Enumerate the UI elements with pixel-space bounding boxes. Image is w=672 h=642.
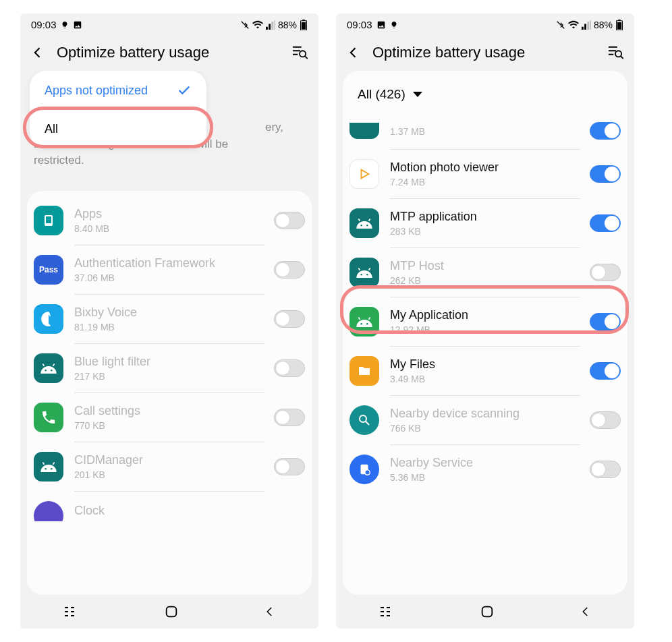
optimize-toggle[interactable] [274,359,305,377]
app-row[interactable]: PassAuthentication Framework37.06 MB [27,245,312,294]
app-icon [349,455,379,484]
svg-point-34 [366,274,368,276]
app-size: 201 KB [74,469,269,480]
app-list-panel: Apps8.40 MBPassAuthentication Framework3… [27,191,312,595]
app-name: Apps [74,207,269,222]
optimize-toggle[interactable] [590,165,621,183]
svg-point-37 [360,415,366,422]
app-size: 8.40 MB [74,223,269,234]
battery-icon [300,20,308,30]
optimize-toggle[interactable] [274,458,305,475]
optimize-toggle[interactable] [274,261,305,279]
svg-line-8 [305,57,308,59]
nav-back[interactable] [264,606,276,618]
app-size: 5.36 MB [390,472,584,483]
filter-search-icon[interactable] [607,45,623,60]
app-row[interactable]: Bixby Voice81.19 MB [27,295,312,343]
battery-pct: 88% [594,20,613,30]
bulb-icon [61,21,69,29]
app-name: CIDManager [74,453,269,468]
app-row[interactable]: My Files3.49 MB [343,347,627,395]
status-time: 09:03 [347,19,372,30]
dropdown-option-all[interactable]: All [30,110,206,148]
optimize-toggle[interactable] [590,122,621,140]
svg-point-11 [45,370,47,372]
back-button[interactable] [347,46,360,59]
app-name: Blue light filter [74,355,269,370]
battery-icon [615,20,623,30]
app-icon: Pass [34,255,63,285]
app-name: Nearby device scanning [390,407,584,421]
filter-dropdown-collapsed[interactable]: All (426) [343,76,627,113]
app-row[interactable]: MTP Host262 KB [343,248,627,297]
battery-pct: 88% [278,20,297,30]
optimize-toggle[interactable] [274,212,305,229]
signal-icon [266,20,275,30]
nav-bar [336,595,634,629]
app-row[interactable]: Clock [27,492,312,531]
optimize-toggle[interactable] [274,310,305,328]
app-row[interactable]: Apps8.40 MB [27,196,312,245]
svg-point-7 [300,51,306,57]
app-name: Call settings [74,404,269,419]
wifi-icon [252,20,263,30]
app-row-partial[interactable]: 1.37 MB [343,113,627,149]
svg-point-31 [360,225,362,227]
svg-point-13 [45,468,47,470]
svg-point-14 [51,468,53,470]
app-size: 37.06 MB [74,272,269,283]
app-icon [34,206,63,235]
app-row[interactable]: Motion photo viewer7.24 MB [343,150,627,198]
app-size: 766 KB [390,423,584,434]
app-icon [34,452,63,482]
app-size: 262 KB [390,275,584,286]
app-row[interactable]: MTP application283 KB [343,199,627,247]
app-name: Authentication Framework [74,256,269,271]
caret-down-icon [412,90,423,98]
vibrate-icon [240,20,250,30]
app-name: Bixby Voice [74,305,269,320]
optimize-toggle[interactable] [274,409,305,426]
app-row[interactable]: Blue light filter217 KB [27,344,312,392]
app-row[interactable]: Nearby Service5.36 MB [343,445,627,494]
nav-home[interactable] [480,604,495,619]
app-row[interactable]: CIDManager201 KB [27,442,312,491]
optimize-toggle[interactable] [590,214,621,232]
back-button[interactable] [31,46,45,59]
app-size: 81.19 MB [74,322,269,332]
phone-screen-2: 09:03 88% Opt [336,13,634,629]
app-size: 12.92 MB [390,324,584,335]
app-name: My Application [390,308,584,323]
nav-back[interactable] [580,606,592,618]
image-icon [73,20,82,30]
app-icon [349,405,379,435]
nav-home[interactable] [164,604,179,619]
app-size: 7.24 MB [390,177,584,187]
nav-recents[interactable] [379,606,395,618]
status-bar: 09:03 88% [20,13,318,34]
dropdown-option-selected[interactable]: Apps not optimized [30,71,206,110]
svg-point-29 [615,51,621,57]
image-icon [376,20,386,30]
optimize-toggle[interactable] [590,264,621,281]
app-name: My Files [390,357,584,372]
optimize-toggle[interactable] [590,313,621,330]
optimize-toggle[interactable] [590,411,621,429]
svg-point-33 [360,274,362,276]
nav-header: Optimize battery usage [20,34,318,71]
filter-search-icon[interactable] [291,45,308,60]
svg-point-35 [360,323,362,325]
app-size: 770 KB [74,420,269,431]
app-size: 3.49 MB [390,374,584,384]
app-row[interactable]: Nearby device scanning766 KB [343,396,627,444]
svg-point-40 [365,470,370,475]
filter-label: All (426) [358,87,405,102]
optimize-toggle[interactable] [590,461,621,478]
status-time: 09:03 [31,19,57,30]
app-row[interactable]: Call settings770 KB [27,393,312,442]
app-icon [34,304,63,334]
nav-recents[interactable] [63,606,79,618]
app-row[interactable]: My Application12.92 MB [343,297,627,346]
vibrate-icon [556,20,565,30]
optimize-toggle[interactable] [590,362,621,380]
